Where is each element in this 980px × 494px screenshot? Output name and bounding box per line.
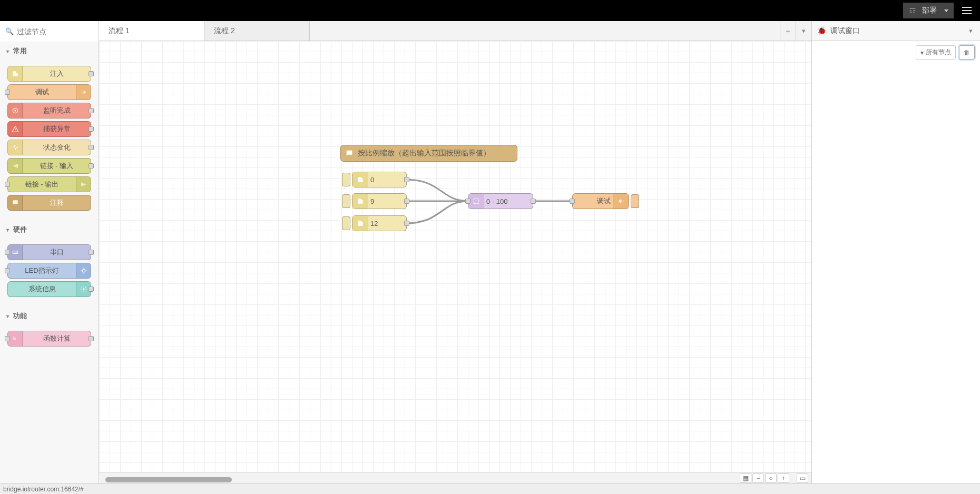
inject-trigger-button[interactable] [342, 216, 350, 230]
output-port[interactable] [531, 199, 536, 204]
output-port[interactable] [404, 221, 409, 226]
palette-node-label: 链接 - 输入 [23, 161, 91, 171]
category-label: 功能 [13, 311, 27, 321]
target-icon [8, 103, 23, 118]
flow-tabs: 流程 1流程 2 ＋ ▾ [99, 21, 811, 41]
output-port[interactable] [89, 71, 94, 76]
filter-all-nodes-button[interactable]: ▾ 所有节点 [916, 45, 956, 60]
pulse-icon [8, 140, 23, 155]
input-port[interactable] [465, 199, 471, 204]
palette-node[interactable]: 捕获异常 [7, 121, 91, 137]
palette-panel: 🔍 ▾常用注入调试监听完成捕获异常状态变化链接 - 输入链接 - 输出注释▾硬件… [0, 21, 99, 483]
output-port[interactable] [89, 163, 94, 169]
fx-icon: fx [8, 331, 23, 346]
linkin-icon [8, 159, 23, 173]
add-flow-button[interactable]: ＋ [780, 21, 796, 41]
inject-trigger-button[interactable] [342, 194, 350, 208]
view-mode-button[interactable]: ▭ [797, 473, 808, 483]
status-bar: bridge.iotrouter.com:16642/# [0, 483, 980, 494]
alert-icon [8, 122, 23, 136]
output-port[interactable] [89, 145, 94, 150]
clear-debug-button[interactable]: 🗑 [959, 45, 975, 60]
deploy-button[interactable]: 部署 [903, 3, 954, 18]
palette-node[interactable]: 链接 - 输出 [7, 176, 91, 192]
palette-category-header[interactable]: ▾功能 [0, 307, 99, 325]
serial-icon [8, 245, 23, 260]
flow-node-inject-12[interactable]: 12 [352, 215, 407, 231]
palette-node-label: 函数计算 [23, 334, 91, 343]
debug-messages[interactable] [812, 64, 980, 483]
palette-search: 🔍 [0, 21, 99, 42]
workspace: 流程 1流程 2 ＋ ▾ [99, 21, 811, 483]
flow-node-comment[interactable]: 按比例缩放（超出输入范围按照临界值） [340, 145, 517, 162]
output-port[interactable] [89, 250, 94, 255]
input-port[interactable] [5, 336, 10, 341]
flow-node-inject-9[interactable]: 9 [352, 193, 407, 209]
palette-node-label: 捕获异常 [23, 124, 91, 134]
input-port[interactable] [5, 250, 10, 255]
palette-list[interactable]: ▾常用注入调试监听完成捕获异常状态变化链接 - 输入链接 - 输出注释▾硬件串口… [0, 42, 99, 483]
palette-node[interactable]: 状态变化 [7, 140, 91, 155]
inject-icon [352, 194, 368, 209]
flow-node-range[interactable]: 0 - 100 [468, 193, 533, 209]
svg-point-1 [14, 110, 16, 112]
palette-node[interactable]: 调试 [7, 84, 91, 100]
trash-icon: 🗑 [964, 49, 970, 56]
flow-canvas[interactable]: 按比例缩放（超出输入范围按照临界值） 0 9 [99, 41, 811, 472]
sidebar-header: 🐞 调试窗口 ▾ [812, 21, 980, 41]
flow-node-inject-0[interactable]: 0 [352, 172, 407, 187]
chevron-down-icon: ▾ [6, 48, 9, 54]
sidebar-menu-button[interactable]: ▾ [967, 25, 975, 37]
palette-node-label: 串口 [23, 248, 91, 257]
inject-icon [352, 172, 368, 187]
main-menu-button[interactable] [958, 7, 976, 14]
inject-trigger-button[interactable] [342, 173, 350, 186]
led-icon [76, 263, 91, 278]
palette-node[interactable]: LED指示灯 [7, 263, 91, 279]
zoom-reset-button[interactable]: ○ [765, 473, 777, 483]
category-label: 常用 [13, 46, 27, 56]
flow-tab[interactable]: 流程 1 [99, 21, 204, 41]
output-port[interactable] [89, 126, 94, 132]
palette-node-label: 监听完成 [23, 106, 91, 115]
flow-node-debug[interactable]: 调试 [572, 193, 629, 209]
palette-category-header[interactable]: ▾硬件 [0, 221, 99, 239]
input-port[interactable] [5, 182, 10, 187]
palette-node-label: 系统信息 [8, 284, 76, 294]
deploy-label: 部署 [922, 6, 937, 15]
input-port[interactable] [570, 199, 575, 204]
palette-node[interactable]: 系统信息 [7, 281, 91, 297]
canvas-wrap: 按比例缩放（超出输入范围按照临界值） 0 9 [99, 41, 811, 472]
palette-node[interactable]: 链接 - 输入 [7, 158, 91, 174]
canvas-footer: ▦ − ○ + ▭ [99, 472, 811, 483]
zoom-out-button[interactable]: − [752, 473, 764, 483]
output-port[interactable] [89, 336, 94, 341]
input-port[interactable] [5, 90, 10, 95]
palette-search-input[interactable] [17, 27, 93, 36]
palette-node-label: 状态变化 [23, 143, 91, 152]
output-port[interactable] [89, 108, 94, 113]
flow-tab[interactable]: 流程 2 [204, 21, 310, 41]
zoom-in-button[interactable]: + [778, 473, 789, 483]
output-port[interactable] [404, 177, 409, 182]
caret-down-icon [944, 9, 948, 12]
horizontal-scrollbar[interactable] [105, 477, 232, 482]
navigator-button[interactable]: ▦ [740, 473, 751, 483]
deploy-icon [908, 6, 917, 16]
palette-category-header[interactable]: ▾常用 [0, 42, 99, 60]
palette-node[interactable]: 注入 [7, 66, 91, 82]
search-icon: 🔍 [5, 27, 14, 35]
palette-node[interactable]: fx函数计算 [7, 331, 91, 347]
output-port[interactable] [404, 199, 409, 204]
palette-node[interactable]: 注释 [7, 195, 91, 211]
svg-text:fx: fx [13, 337, 16, 341]
flow-menu-button[interactable]: ▾ [796, 21, 811, 41]
menu-icon [962, 10, 972, 11]
chevron-down-icon: ▾ [6, 313, 9, 319]
input-port[interactable] [5, 268, 10, 273]
palette-node[interactable]: 串口 [7, 244, 91, 260]
debug-toggle-button[interactable] [631, 194, 639, 208]
output-port[interactable] [89, 286, 94, 292]
sidebar-toolbar: ▾ 所有节点 🗑 [812, 41, 980, 64]
palette-node[interactable]: 监听完成 [7, 103, 91, 118]
